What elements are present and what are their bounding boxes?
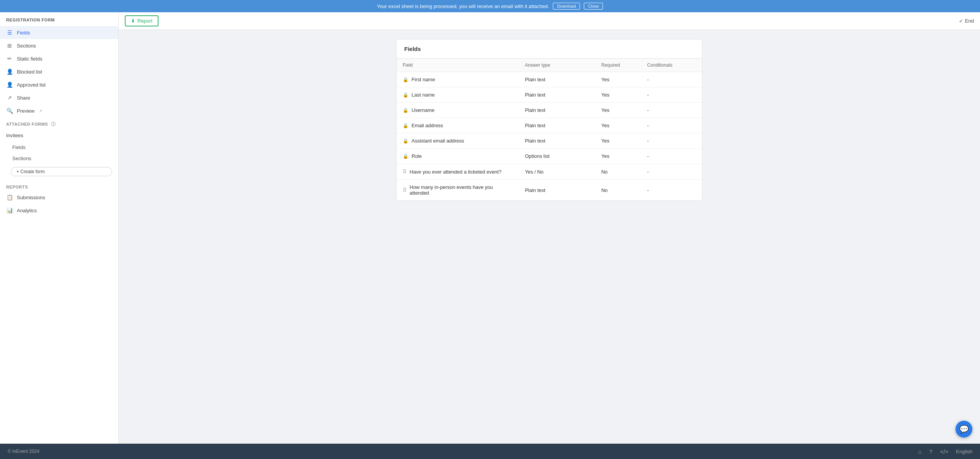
field-answer-type: Plain text (519, 118, 595, 133)
approved-list-icon: 👤 (6, 82, 13, 88)
field-name-cell: 🔒 Username (397, 103, 519, 118)
notification-close-button[interactable]: Close (584, 3, 603, 10)
table-header-row: Field Answer type Required Conditionals (397, 59, 702, 72)
lock-icon: 🔒 (403, 138, 408, 144)
sidebar-item-approved-list-label: Approved list (17, 82, 46, 88)
field-answer-type: Options list (519, 149, 595, 164)
table-row[interactable]: ⠿ Have you ever attended a ticketed even… (397, 164, 702, 180)
field-answer-type: Yes / No (519, 164, 595, 180)
fields-icon: ☰ (6, 30, 13, 36)
sidebar-item-sections[interactable]: ⊞ Sections (0, 39, 118, 52)
field-answer-type: Plain text (519, 103, 595, 118)
create-form-button[interactable]: + Create form (11, 167, 112, 176)
table-row[interactable]: ⠿ How many in-person events have you att… (397, 180, 702, 201)
field-required: No (595, 164, 641, 180)
attached-forms-label: ATTACHED FORMS ⓘ (0, 117, 118, 129)
field-required: Yes (595, 118, 641, 133)
report-download-icon: ⬇ (131, 18, 135, 24)
report-button[interactable]: ⬇ Report (125, 15, 158, 26)
field-name: First name (412, 77, 435, 82)
field-required: Yes (595, 149, 641, 164)
sidebar-item-static-fields-label: Static fields (17, 56, 42, 62)
field-required: Yes (595, 133, 641, 149)
blocked-list-icon: 👤 (6, 69, 13, 75)
sections-icon: ⊞ (6, 43, 13, 49)
notification-download-button[interactable]: Download (553, 3, 580, 10)
col-header-required: Required (595, 59, 641, 72)
notification-bar: Your excel sheet is being processed, you… (0, 0, 980, 12)
submissions-icon: 📋 (6, 194, 13, 200)
language-selector[interactable]: English (956, 449, 972, 454)
field-name-cell: 🔒 Role (397, 149, 519, 164)
field-answer-type: Plain text (519, 72, 595, 87)
sidebar-title: REGISTRATION FORM (0, 12, 118, 26)
sidebar-sub-fields[interactable]: Fields (0, 142, 118, 153)
preview-icon: 🔍 (6, 108, 13, 114)
field-answer-type: Plain text (519, 133, 595, 149)
table-row[interactable]: 🔒 Role Options list Yes - (397, 149, 702, 164)
chat-icon: 💬 (959, 425, 969, 434)
field-name: Username (412, 107, 434, 113)
end-button[interactable]: ✓ End (959, 18, 974, 24)
external-link-icon: ↗ (39, 109, 42, 113)
sidebar-item-approved-list[interactable]: 👤 Approved list (0, 78, 118, 91)
sidebar-item-share[interactable]: ↗ Share (0, 91, 118, 104)
field-answer-type: Plain text (519, 87, 595, 103)
sidebar-item-static-fields[interactable]: ✏ Static fields (0, 52, 118, 65)
lock-icon: 🔒 (403, 154, 408, 159)
lock-icon: 🔒 (403, 92, 408, 98)
sidebar-item-analytics[interactable]: 📊 Analytics (0, 204, 118, 217)
field-conditionals: - (641, 118, 702, 133)
help-icon[interactable]: ? (929, 448, 932, 455)
field-conditionals: - (641, 149, 702, 164)
sidebar-item-preview[interactable]: 🔍 Preview ↗ (0, 104, 118, 117)
field-name: Role (412, 153, 422, 159)
sidebar-item-blocked-list-label: Blocked list (17, 69, 42, 75)
field-name: Email address (412, 123, 443, 128)
col-header-answer: Answer type (519, 59, 595, 72)
sidebar: REGISTRATION FORM ☰ Fields ⊞ Sections ✏ … (0, 12, 119, 444)
code-icon[interactable]: </> (940, 448, 949, 455)
static-fields-icon: ✏ (6, 56, 13, 62)
lock-icon: 🔒 (403, 108, 408, 113)
sidebar-item-preview-label: Preview (17, 108, 34, 114)
reports-section-label: REPORTS (0, 181, 118, 191)
main-content: ⬇ Report ✓ End Fields Field Answer type … (119, 12, 980, 444)
content-area: Fields Field Answer type Required Condit… (119, 30, 980, 444)
notification-message: Your excel sheet is being processed, you… (377, 3, 549, 9)
fields-card-title: Fields (397, 39, 702, 59)
table-row[interactable]: 🔒 Email address Plain text Yes - (397, 118, 702, 133)
invitees-label: Invitees (6, 133, 23, 138)
sidebar-item-submissions[interactable]: 📋 Submissions (0, 191, 118, 204)
field-conditionals: - (641, 103, 702, 118)
field-conditionals: - (641, 72, 702, 87)
table-row[interactable]: 🔒 Last name Plain text Yes - (397, 87, 702, 103)
home-icon[interactable]: ⌂ (918, 448, 921, 455)
grid-icon: ⠿ (403, 187, 407, 193)
sidebar-item-invitees[interactable]: Invitees (0, 129, 118, 142)
field-conditionals: - (641, 180, 702, 201)
grid-icon: ⠿ (403, 169, 407, 175)
field-name-cell: 🔒 Assistant email address (397, 133, 519, 149)
sidebar-item-blocked-list[interactable]: 👤 Blocked list (0, 65, 118, 78)
field-required: Yes (595, 103, 641, 118)
chat-bubble[interactable]: 💬 (956, 421, 972, 438)
field-required: Yes (595, 72, 641, 87)
lock-icon: 🔒 (403, 77, 408, 82)
field-name: Last name (412, 92, 435, 98)
field-conditionals: - (641, 87, 702, 103)
col-header-conditionals: Conditionals (641, 59, 702, 72)
share-icon: ↗ (6, 95, 13, 101)
sub-fields-label: Fields (12, 144, 26, 150)
sidebar-sub-sections[interactable]: Sections (0, 153, 118, 164)
field-name-cell: ⠿ How many in-person events have you att… (397, 180, 519, 201)
table-row[interactable]: 🔒 First name Plain text Yes - (397, 72, 702, 87)
table-row[interactable]: 🔒 Assistant email address Plain text Yes… (397, 133, 702, 149)
field-name: Have you ever attended a ticketed event? (410, 169, 501, 175)
field-name-cell: ⠿ Have you ever attended a ticketed even… (397, 164, 519, 180)
sidebar-item-fields[interactable]: ☰ Fields (0, 26, 118, 39)
info-icon: ⓘ (51, 121, 56, 127)
action-bar: ⬇ Report ✓ End (119, 12, 980, 30)
table-row[interactable]: 🔒 Username Plain text Yes - (397, 103, 702, 118)
footer-right: ⌂ ? </> English (918, 448, 972, 455)
